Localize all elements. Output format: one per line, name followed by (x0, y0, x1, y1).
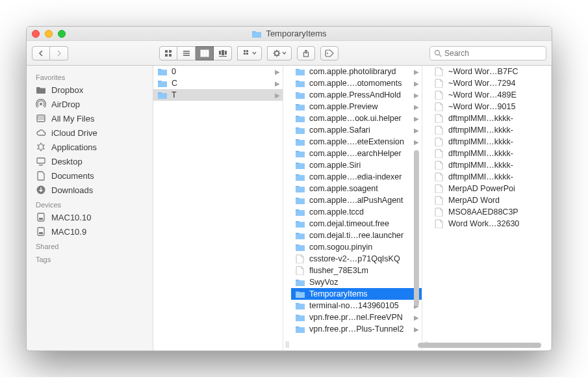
column-row[interactable]: Word Work…32630 (430, 218, 551, 230)
zoom-button[interactable] (58, 30, 66, 38)
column-row[interactable]: dftmplMMI…kkkk- (430, 112, 551, 124)
column-row[interactable]: com.dejal.timeout.free▶ (291, 218, 422, 230)
svg-rect-14 (219, 56, 227, 57)
column-row[interactable]: 0▶ (153, 66, 283, 77)
arrange-button-group (237, 46, 262, 60)
column-resize-handle[interactable]: || (422, 66, 430, 350)
view-icon-button[interactable] (159, 46, 177, 60)
column-row[interactable]: com.apple….otomoments▶ (291, 77, 422, 89)
file-icon (434, 149, 444, 158)
chevron-right-icon: ▶ (275, 68, 280, 75)
column-row[interactable]: dftmplMMI…kkkk- (430, 124, 551, 136)
share-icon (302, 49, 310, 57)
column-row[interactable]: vpn.free.pr…nel.FreeVPN▶ (291, 311, 422, 323)
chevron-right-icon: ▶ (414, 139, 419, 146)
share-button[interactable] (297, 46, 315, 60)
column-row[interactable]: com.dejal.ti…ree.launcher▶ (291, 230, 422, 241)
apps-icon (36, 142, 46, 152)
sidebar-item-documents[interactable]: Documents (27, 168, 153, 183)
view-columns-button[interactable] (196, 46, 214, 60)
column-row[interactable]: com.apple….earchHelper▶ (291, 148, 422, 159)
column-row[interactable]: com.apple.Preview▶ (291, 101, 422, 112)
minimize-button[interactable] (45, 30, 53, 38)
column-row[interactable]: ~Word Wor…7294 (430, 77, 551, 89)
column-3[interactable]: ~Word Wor…B7FC~Word Wor…7294~Word Wor…48… (430, 66, 552, 350)
column-row[interactable]: ~Word Wor…9015 (430, 101, 551, 112)
chevron-right-icon: ▶ (414, 127, 419, 134)
arrange-button[interactable] (237, 46, 262, 60)
sidebar-item-airdrop[interactable]: AirDrop (27, 97, 153, 111)
sidebar-item-label: Applications (51, 142, 97, 152)
view-coverflow-button[interactable] (214, 46, 232, 60)
column-row[interactable]: ~Word Wor…B7FC (430, 66, 551, 77)
folder-icon (295, 90, 305, 99)
sidebar-item-all-my-files[interactable]: All My Files (27, 111, 153, 125)
gear-icon (273, 49, 281, 57)
sidebar-section-header: Tags (27, 252, 153, 265)
sidebar-item-mac10-10[interactable]: MAC10.10 (27, 210, 153, 224)
back-button[interactable] (32, 46, 50, 60)
row-label: csstore-v2-…p71QqIsKQ (309, 254, 419, 263)
sidebar-section-header: Shared (27, 239, 153, 252)
column-row[interactable]: dftmplMMI…kkkk- (430, 159, 551, 171)
sidebar-item-applications[interactable]: Applications (27, 140, 153, 154)
row-label: dftmplMMI…kkkk- (448, 172, 548, 181)
horizontal-scrollbar[interactable] (348, 343, 541, 348)
forward-button[interactable] (50, 46, 68, 60)
sidebar-item-mac10-9[interactable]: MAC10.9 (27, 224, 153, 239)
svg-rect-40 (39, 218, 43, 220)
scrollbar-thumb[interactable] (418, 343, 541, 348)
search-field[interactable] (429, 46, 546, 60)
column-row[interactable]: SwyVoz▶ (291, 276, 422, 288)
sidebar-item-desktop[interactable]: Desktop (27, 154, 153, 168)
folder-icon (295, 313, 305, 322)
svg-rect-12 (222, 50, 224, 55)
svg-rect-2 (169, 50, 172, 53)
column-row[interactable]: com.apple….eteExtension▶ (291, 136, 422, 148)
column-row[interactable]: com.apple.soagent▶ (291, 183, 422, 194)
column-row[interactable]: com.apple….edia-indexer▶ (291, 171, 422, 183)
row-label: TemporaryItems (309, 289, 410, 298)
column-row[interactable]: ~Word Wor…489E (430, 89, 551, 101)
chevron-right-icon (56, 50, 62, 57)
sidebar-item-dropbox[interactable]: Dropbox (27, 83, 153, 97)
column-row[interactable]: com.apple…ook.ui.helper▶ (291, 112, 422, 124)
column-row[interactable]: csstore-v2-…p71QqIsKQ (291, 253, 422, 265)
column-row[interactable]: MerpAD Word (430, 194, 551, 206)
tags-button[interactable] (320, 46, 339, 60)
action-button[interactable] (267, 46, 292, 60)
svg-rect-13 (225, 51, 227, 55)
column-row[interactable]: com.apple.PressAndHold▶ (291, 89, 422, 101)
column-row[interactable]: com.apple.Safari▶ (291, 124, 422, 136)
column-row[interactable]: com.apple.Siri▶ (291, 159, 422, 171)
column-row[interactable]: dftmplMMI…kkkk- (430, 136, 551, 148)
column-row[interactable]: com.sogou.pinyin▶ (291, 241, 422, 253)
column-row[interactable]: terminal-no…143960105▶ (291, 300, 422, 311)
column-row[interactable]: vpn.free.pr…Plus-Tunnel2▶ (291, 323, 422, 335)
svg-rect-8 (201, 50, 203, 57)
row-label: com.apple.soagent (309, 184, 410, 193)
column-row[interactable]: MSO8AAED88C3P (430, 206, 551, 218)
column-row[interactable]: dftmplMMI…kkkk- (430, 148, 551, 159)
column-row[interactable]: com.apple.photolibraryd▶ (291, 66, 422, 77)
column-row[interactable]: MerpAD PowerPoi (430, 183, 551, 194)
column-1[interactable]: 0▶C▶T▶ (153, 66, 283, 350)
column-row[interactable]: com.apple….alPushAgent▶ (291, 194, 422, 206)
column-row[interactable]: flusher_78E3Lm (291, 265, 422, 276)
column-row[interactable]: com.apple.tccd▶ (291, 206, 422, 218)
column-resize-handle[interactable]: || (283, 66, 291, 350)
column-row[interactable]: dftmplMMI…kkkk- (430, 171, 551, 183)
close-button[interactable] (32, 30, 40, 38)
column-row[interactable]: C▶ (153, 77, 283, 89)
sidebar-item-downloads[interactable]: Downloads (27, 183, 153, 197)
view-list-button[interactable] (177, 46, 196, 60)
chevron-right-icon: ▶ (414, 92, 419, 99)
column-row[interactable]: T▶ (153, 89, 283, 101)
sidebar-item-icloud-drive[interactable]: iCloud Drive (27, 125, 153, 140)
column-row[interactable]: TemporaryItems▶ (291, 288, 422, 300)
folder-icon (295, 231, 305, 240)
vertical-scrollbar[interactable] (414, 150, 419, 306)
column-2[interactable]: com.apple.photolibraryd▶com.apple….otomo… (291, 66, 422, 350)
sidebar-item-label: iCloud Drive (51, 128, 97, 138)
search-input[interactable] (444, 49, 542, 58)
